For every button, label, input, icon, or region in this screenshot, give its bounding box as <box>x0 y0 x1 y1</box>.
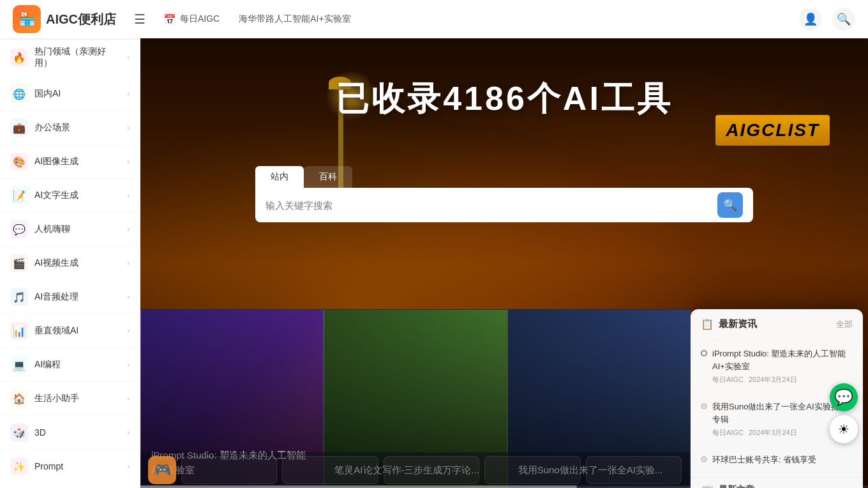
text-icon: 📝 <box>10 187 28 204</box>
sidebar-item-image[interactable]: 🎨 AI图像生成 › <box>0 145 140 179</box>
latest-item-1-source: 每日AIGC <box>712 375 744 385</box>
sidebar-label-domestic: 国内AI <box>34 88 121 100</box>
sidebar-label-hot: 热门领域（亲测好用） <box>34 46 121 69</box>
wechat-icon: 💬 <box>834 388 853 406</box>
sidebar-label-office: 办公场景 <box>34 122 121 133</box>
prompt-icon: ✨ <box>10 457 28 475</box>
sidebar-item-domestic[interactable]: 🌐 国内AI › <box>0 77 140 111</box>
wechat-float-button[interactable]: 💬 <box>830 383 858 411</box>
main-layout: 🔥 热门领域（亲测好用） › 🌐 国内AI › 💼 办公场景 › 🎨 AI图像生… <box>0 38 868 488</box>
latest-news-item-3[interactable]: 环球巴士账号共享: 省钱享受 <box>691 446 863 477</box>
arrow-icon-domestic: › <box>127 89 130 98</box>
sidebar-label-video: AI视频生成 <box>34 257 121 269</box>
horizontal-scrollbar[interactable] <box>140 485 868 488</box>
user-button[interactable]: 👤 <box>799 8 822 31</box>
search-tab-web[interactable]: 百科 <box>304 166 352 188</box>
arrow-icon-vertical: › <box>127 326 130 335</box>
latest-item-1-meta: 每日AIGC 2024年3月24日 <box>701 375 853 385</box>
latest-dot-2 <box>701 403 707 409</box>
sidebar-item-audio[interactable]: 🎵 AI音频处理 › <box>0 280 140 314</box>
sidebar-item-hot[interactable]: 🔥 热门领域（亲测好用） › <box>0 38 140 77</box>
menu-icon[interactable]: ☰ <box>129 6 151 32</box>
tool-placeholder-3 <box>384 456 479 484</box>
latest-news-all-button[interactable]: 全部 <box>836 319 853 330</box>
user-icon: 👤 <box>804 12 818 26</box>
theme-toggle-button[interactable]: ☀ <box>830 415 858 443</box>
chat-icon: 💬 <box>10 220 28 238</box>
latest-dot-1 <box>701 350 707 356</box>
sidebar-item-resource[interactable]: 📚 更多资源站 › <box>0 484 140 488</box>
calendar-icon: 📅 <box>163 13 176 26</box>
header: 🏪 AIGC便利店 ☰ 📅 每日AIGC 海华带路人工智能AI+实验室 👤 🔍 <box>0 0 868 38</box>
sidebar-label-image: AI图像生成 <box>34 156 121 167</box>
logo-text: AIGC便利店 <box>46 11 116 28</box>
sidebar-item-chat[interactable]: 💬 人机嗨聊 › <box>0 213 140 247</box>
sidebar-item-prompt[interactable]: ✨ Prompt › <box>0 450 140 484</box>
search-input[interactable] <box>266 200 711 211</box>
sidebar-item-video[interactable]: 🎬 AI视频生成 › <box>0 247 140 280</box>
search-tabs: 站内 百科 <box>255 166 753 188</box>
latest-item-3-header: 环球巴士账号共享: 省钱享受 <box>701 454 853 466</box>
sidebar-label-3d: 3D <box>34 427 121 438</box>
tool-placeholder-2 <box>282 456 378 484</box>
scrollbar-thumb <box>140 485 577 488</box>
search-tab-site[interactable]: 站内 <box>255 166 304 188</box>
arrow-icon-video: › <box>127 259 130 268</box>
sidebar-item-code[interactable]: 💻 AI编程 › <box>0 348 140 382</box>
search-box: 🔍 <box>255 188 753 222</box>
sidebar-item-vertical[interactable]: 📊 垂直领域AI › <box>0 314 140 348</box>
sidebar-item-office[interactable]: 💼 办公场景 › <box>0 111 140 145</box>
arrow-icon-3d: › <box>127 428 130 437</box>
sidebar-item-text[interactable]: 📝 AI文字生成 › <box>0 179 140 213</box>
sidebar-label-life: 生活小助手 <box>34 393 121 404</box>
image-icon: 🎨 <box>10 153 28 171</box>
arrow-icon-code: › <box>127 360 130 369</box>
arrow-icon-office: › <box>127 123 130 132</box>
tab-site-label: 站内 <box>271 171 288 181</box>
search-button[interactable]: 🔍 <box>832 8 855 31</box>
hot-icon: 🔥 <box>10 49 28 66</box>
sidebar-label-text: AI文字生成 <box>34 190 121 201</box>
header-brand-label: 海华带路人工智能AI+实验室 <box>239 13 350 25</box>
tool-placeholder-4 <box>484 456 580 484</box>
sidebar-item-life[interactable]: 🏠 生活小助手 › <box>0 382 140 416</box>
latest-news-header: 📋 最新资讯 全部 <box>691 309 863 340</box>
arrow-icon-text: › <box>127 191 130 200</box>
game-tool-button[interactable]: 🎮 <box>148 456 176 484</box>
tab-web-label: 百科 <box>319 171 337 181</box>
search-submit-button[interactable]: 🔍 <box>717 192 743 218</box>
search-submit-icon: 🔍 <box>723 198 737 212</box>
nav-daily-aigc-label: 每日AIGC <box>180 13 220 25</box>
sidebar-item-3d[interactable]: 🎲 3D › <box>0 416 140 450</box>
sidebar-label-code: AI编程 <box>34 359 121 370</box>
life-icon: 🏠 <box>10 390 28 408</box>
nav-daily-aigc[interactable]: 📅 每日AIGC <box>163 13 220 26</box>
hero-title: 已收录4186个AI工具 <box>140 77 868 121</box>
theme-icon: ☀ <box>838 422 849 437</box>
code-icon: 💻 <box>10 356 28 374</box>
arrow-icon-life: › <box>127 394 130 403</box>
latest-dot-3 <box>701 456 707 462</box>
sidebar-label-audio: AI音频处理 <box>34 291 121 303</box>
audio-icon: 🎵 <box>10 288 28 306</box>
header-nav: 📅 每日AIGC 海华带路人工智能AI+实验室 <box>163 13 786 26</box>
game-icon: 🎮 <box>154 462 171 478</box>
hero-title-area: 已收录4186个AI工具 <box>140 77 868 121</box>
search-area: 站内 百科 🔍 <box>255 166 753 222</box>
arrow-icon-audio: › <box>127 293 130 301</box>
vertical-icon: 📊 <box>10 322 28 340</box>
arrow-icon-hot: › <box>127 53 130 62</box>
sidebar: 🔥 热门领域（亲测好用） › 🌐 国内AI › 💼 办公场景 › 🎨 AI图像生… <box>0 38 140 488</box>
latest-news-icon: 📋 <box>701 318 714 330</box>
latest-item-1-title: iPrompt Studio: 塑造未来的人工智能AI+实验室 <box>712 347 853 372</box>
arrow-icon-prompt: › <box>127 462 130 471</box>
latest-news-title-text: 最新资讯 <box>719 318 757 330</box>
latest-item-1-date: 2024年3月24日 <box>749 375 797 385</box>
latest-item-1-header: iPrompt Studio: 塑造未来的人工智能AI+实验室 <box>701 347 853 372</box>
sidebar-label-vertical: 垂直领域AI <box>34 325 121 337</box>
hero-section: AIGCLIST 已收录4186个AI工具 站内 百科 <box>140 38 868 488</box>
latest-item-3-title: 环球巴士账号共享: 省钱享受 <box>712 454 816 466</box>
sidebar-label-prompt: Prompt <box>34 461 121 471</box>
domestic-icon: 🌐 <box>10 85 28 103</box>
logo[interactable]: 🏪 AIGC便利店 <box>13 5 116 33</box>
